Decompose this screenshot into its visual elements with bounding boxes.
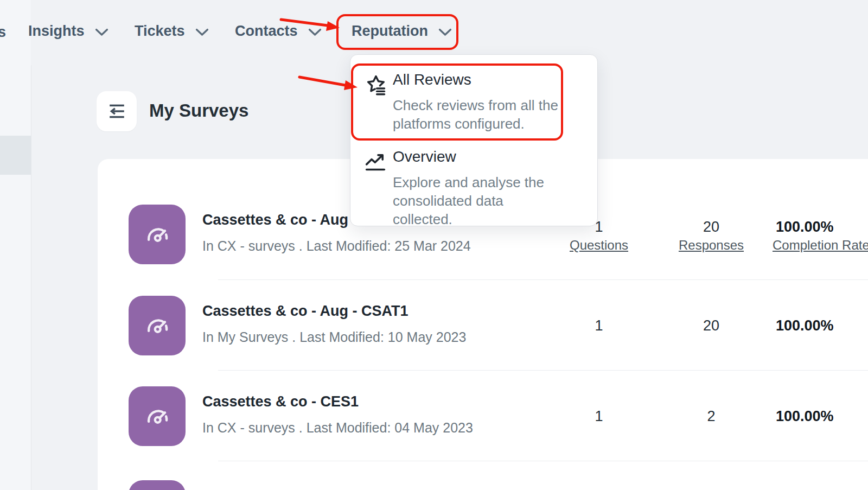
collapse-list-icon [105, 99, 129, 123]
row-divider [218, 279, 868, 280]
nav-item-insights[interactable]: Insights [28, 23, 108, 40]
nav-item-contacts[interactable]: Contacts [235, 23, 322, 40]
survey-gauge-icon [129, 480, 186, 490]
questions-label[interactable]: Questions [556, 238, 642, 253]
menu-item-title: Overview [393, 148, 456, 166]
survey-row-partial[interactable] [98, 480, 868, 490]
survey-meta: In My Surveys . Last Modified: 10 May 20… [202, 329, 466, 345]
menu-item-description: Check reviews from all the platforms con… [393, 96, 558, 133]
chevron-down-icon [95, 28, 108, 36]
nav-item-reputation[interactable]: Reputation [352, 23, 452, 40]
annotation-arrow-all-reviews [299, 77, 358, 90]
nav-item-label: Contacts [235, 23, 298, 40]
menu-item-title: All Reviews [393, 71, 471, 88]
sidebar-strip [0, 0, 31, 490]
survey-gauge-icon [129, 386, 186, 446]
row-divider [218, 370, 868, 371]
sidebar-divider [31, 65, 31, 490]
completion-rate: 100.00% [776, 317, 834, 334]
reputation-dropdown-menu: All Reviews Check reviews from all the p… [350, 54, 598, 226]
completion-label[interactable]: Completion Rate [773, 238, 868, 253]
survey-meta: In CX - surveys . Last Modified: 25 Mar … [202, 238, 471, 254]
nav-item-cutoff[interactable]: s [0, 24, 6, 41]
responses-count: 20 [679, 317, 744, 334]
survey-gauge-icon [129, 205, 186, 264]
completion-rate: 100.00% [776, 408, 834, 425]
nav-item-label: Insights [28, 23, 85, 40]
responses-count: 20 [679, 219, 744, 236]
survey-meta: In CX - surveys . Last Modified: 04 May … [202, 420, 473, 436]
questions-count: 1 [566, 317, 631, 334]
questions-count: 1 [566, 408, 631, 425]
chevron-down-icon [195, 28, 209, 36]
survey-title[interactable]: Cassettes & co - Aug - [202, 212, 358, 228]
responses-count: 2 [679, 408, 744, 425]
nav-item-tickets[interactable]: Tickets [135, 23, 209, 40]
survey-title[interactable]: Cassettes & co - CES1 [202, 393, 359, 410]
page-title: My Surveys [149, 100, 248, 121]
star-reviews-icon [363, 73, 388, 98]
responses-label[interactable]: Responses [668, 238, 755, 253]
nav-item-label: Reputation [352, 23, 428, 40]
chevron-down-icon [308, 28, 322, 36]
survey-row[interactable]: Cassettes & co - CES1 In CX - surveys . … [98, 386, 868, 446]
nav-item-label: Tickets [135, 23, 185, 40]
survey-row[interactable]: Cassettes & co - Aug - CSAT1 In My Surve… [98, 296, 868, 355]
trend-up-icon [363, 150, 388, 175]
collapse-sidebar-button[interactable] [97, 91, 137, 131]
completion-rate: 100.00% [776, 219, 834, 236]
sidebar-selected-item[interactable] [0, 136, 31, 175]
chevron-down-icon [438, 28, 452, 36]
survey-gauge-icon [129, 296, 186, 355]
menu-item-description: Explore and analyse the consolidated dat… [393, 173, 558, 228]
survey-title[interactable]: Cassettes & co - Aug - CSAT1 [202, 303, 409, 320]
row-divider [218, 461, 868, 461]
